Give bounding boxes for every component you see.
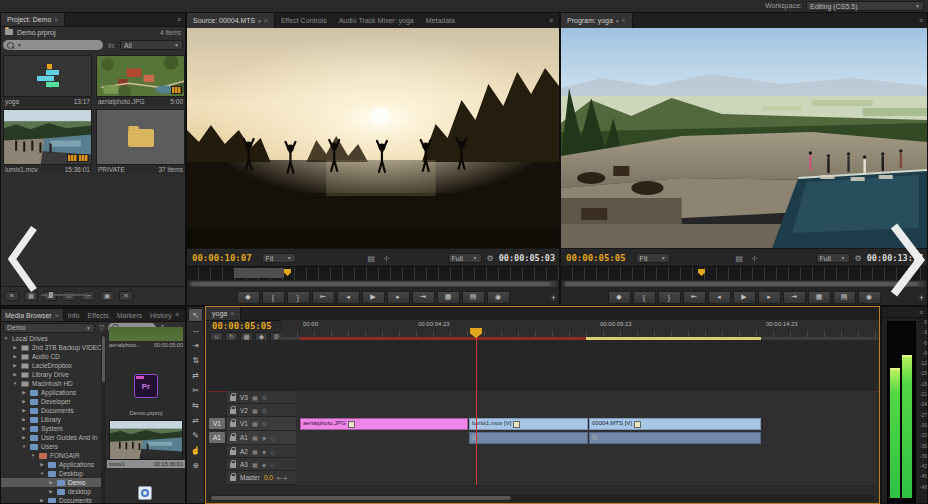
step-back-button[interactable]: ◂ (337, 291, 360, 304)
keyframes-icon[interactable]: ◈ (262, 461, 267, 468)
program-quality-select[interactable]: Full▼ (816, 253, 850, 263)
tree-item[interactable]: ▼ FONGAIR (1, 451, 101, 460)
tree-arrow-icon[interactable]: ▶ (21, 426, 27, 431)
search-input[interactable]: ▼ (3, 40, 103, 50)
add-marker-button[interactable]: ◆ (608, 291, 631, 304)
project-item-yoga[interactable] (3, 55, 92, 97)
tree-arrow-icon[interactable]: ▶ (39, 498, 45, 503)
safe-margins-button[interactable]: ▤ (736, 254, 744, 263)
insert-button[interactable]: ▦ (437, 291, 460, 304)
safe-margins-button[interactable]: ▤ (368, 254, 376, 263)
track-header-a1[interactable]: A1 ▦ ◈ ◇ (227, 431, 296, 445)
tree-item[interactable]: ▶ Applications (1, 460, 101, 469)
track-a2[interactable] (296, 445, 876, 459)
program-playhead-marker[interactable] (698, 269, 705, 276)
zoom-tool[interactable]: ⊕ (188, 458, 203, 472)
close-icon[interactable]: × (230, 310, 234, 317)
lock-icon[interactable] (230, 463, 236, 468)
program-zoom-select[interactable]: Fit▼ (636, 253, 670, 263)
project-item-lumix1[interactable] (3, 109, 92, 165)
clip-00004-video[interactable]: 00004.MTS [V] (589, 418, 761, 430)
clear-button[interactable]: ✕ (119, 291, 133, 301)
tree-arrow-icon[interactable]: ▶ (12, 354, 18, 359)
timeline-scrollbar[interactable] (209, 495, 875, 501)
panel-menu-icon[interactable]: ≡ (173, 16, 185, 23)
tree-arrow-icon[interactable]: ▶ (21, 435, 27, 440)
track-select-tool[interactable]: ↔ (188, 323, 203, 337)
source-playhead-marker[interactable] (284, 269, 291, 276)
track-a3[interactable] (296, 458, 876, 472)
display-style-icon[interactable]: ▦ (252, 434, 258, 441)
program-current-timecode[interactable]: 00:00:05:05 (566, 253, 626, 263)
tree-arrow-icon[interactable]: ▶ (21, 408, 27, 413)
display-style-icon[interactable]: ▦ (252, 461, 258, 468)
tab-sequence-yoga[interactable]: yoga × (206, 307, 241, 320)
tree-arrow-icon[interactable]: ▼ (21, 444, 27, 449)
lock-icon[interactable] (230, 476, 236, 481)
lock-icon[interactable] (230, 450, 236, 455)
panel-tab[interactable]: Markers (113, 309, 146, 321)
keyframe-nav-icon[interactable]: ⇤⇥ (277, 474, 287, 481)
track-header-v3[interactable]: V3 ▦ ⊙ (227, 391, 296, 404)
track-header-v2[interactable]: V2 ▦ ⊙ (227, 404, 296, 417)
tree-arrow-icon[interactable]: ▶ (21, 390, 27, 395)
zoom-slider-handle[interactable] (49, 292, 53, 298)
rate-stretch-tool[interactable]: ⇄ (188, 368, 203, 382)
workspace-select[interactable]: Editing (CS5.5) ▼ (806, 1, 924, 11)
slide-tool[interactable]: ⇌ (188, 413, 203, 427)
play-button[interactable]: ▶ (362, 291, 385, 304)
track-header-a2[interactable]: A2 ▦ ◈ ◇ (227, 445, 296, 458)
monitor-tab[interactable]: Metadata (420, 13, 461, 28)
go-to-out-button[interactable]: ⇥ (783, 291, 806, 304)
lock-icon[interactable] (230, 422, 236, 427)
monitor-tab[interactable]: Effect Controls (275, 13, 333, 28)
ripple-edit-tool[interactable]: ⇥ (188, 338, 203, 352)
list-view-button[interactable]: ≡ (5, 291, 19, 301)
tab-project[interactable]: Project: Demo × (1, 13, 65, 26)
selection-tool[interactable]: ↖ (188, 308, 203, 322)
tree-item[interactable]: ▶ Developer (1, 397, 101, 406)
media-file-label[interactable]: Demo.prproj (107, 410, 185, 416)
media-file-label-selected[interactable]: lumix1 00:15:36:01 (107, 460, 185, 468)
display-style-icon[interactable]: ▦ (252, 407, 258, 414)
export-frame-button[interactable]: ◉ (487, 291, 510, 304)
chevron-down-icon[interactable]: ▾ (616, 18, 619, 24)
tree-arrow-icon[interactable]: ▶ (21, 417, 27, 422)
mute-solo-icon[interactable]: ◇ (270, 461, 275, 468)
project-file-name[interactable]: Demo.prproj (17, 29, 56, 36)
tree-item[interactable]: ▼ Macintosh HD (1, 379, 101, 388)
source-scrollbar[interactable] (189, 281, 557, 287)
icon-view-button[interactable]: ▦ (24, 291, 38, 301)
program-scrollbar[interactable] (563, 281, 925, 287)
output-settings-button[interactable]: ⊹ (751, 254, 758, 263)
clip-00004-audio[interactable]: ◳ (589, 432, 761, 444)
add-marker-button[interactable]: ◆ (237, 291, 260, 304)
slip-tool[interactable]: ⇆ (188, 398, 203, 412)
toggle-track-output-icon[interactable]: ⊙ (262, 407, 267, 414)
play-button[interactable]: ▶ (733, 291, 756, 304)
toggle-track-output-icon[interactable]: ⊙ (262, 420, 267, 427)
lift-button[interactable]: ▦ (808, 291, 831, 304)
mute-solo-icon[interactable]: ◇ (270, 434, 275, 441)
mark-out-button[interactable]: } (287, 291, 310, 304)
keyframes-icon[interactable]: ◈ (262, 448, 267, 455)
panel-menu-icon[interactable]: ≡ (545, 17, 557, 24)
settings-wrench-icon[interactable]: ⚙ (855, 254, 862, 263)
source-scrubber[interactable] (187, 266, 559, 280)
panel-menu-icon[interactable]: ≡ (915, 309, 927, 316)
tree-arrow-icon[interactable]: ▶ (12, 372, 18, 377)
source-patch-a1[interactable]: A1 (209, 432, 225, 443)
hand-tool[interactable]: ☝ (188, 443, 203, 457)
mark-in-button[interactable]: { (633, 291, 656, 304)
step-forward-button[interactable]: ▸ (758, 291, 781, 304)
track-master[interactable] (296, 471, 876, 486)
pen-tool[interactable]: ✎ (188, 428, 203, 442)
source-zoom-select[interactable]: Fit▼ (262, 253, 296, 263)
premiere-project-icon[interactable]: Pr (134, 374, 158, 398)
tree-item[interactable]: ▶ System (1, 424, 101, 433)
project-item-private-bin[interactable] (96, 109, 185, 165)
tree-arrow-icon[interactable]: ▼ (3, 336, 9, 341)
tree-arrow-icon[interactable]: ▶ (39, 462, 45, 467)
panel-tab[interactable]: Media Browser × (1, 309, 64, 321)
mute-solo-icon[interactable]: ◇ (270, 448, 275, 455)
